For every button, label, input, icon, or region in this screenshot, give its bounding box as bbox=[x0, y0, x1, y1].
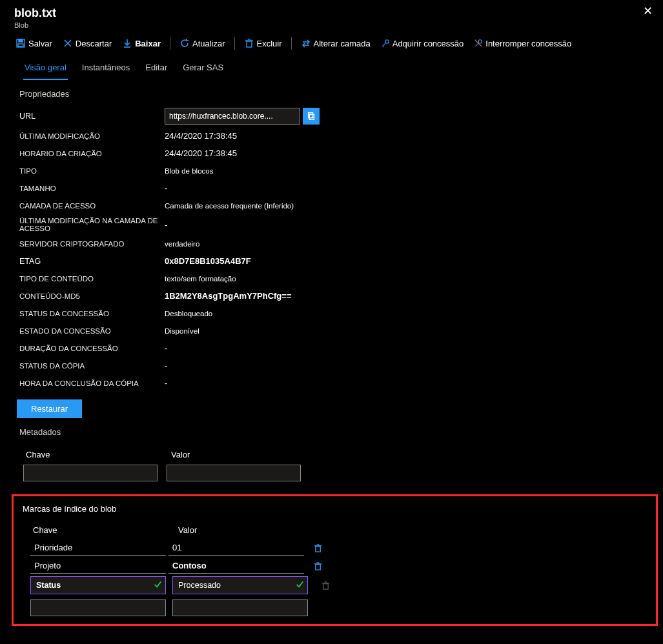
break-lease-button[interactable]: Interromper concessão bbox=[470, 37, 575, 50]
svg-rect-1 bbox=[19, 39, 23, 42]
refresh-icon bbox=[179, 38, 190, 48]
svg-rect-24 bbox=[323, 583, 329, 589]
content-type-value: texto/sem formatação bbox=[165, 275, 236, 283]
tabs: Visão geral Instantâneos Editar Gerar SA… bbox=[0, 54, 663, 80]
copy-status-value: - bbox=[165, 361, 167, 370]
size-value: - bbox=[165, 183, 167, 193]
md5-value: 1B2M2Y8AsgTpgAmY7PhCfg== bbox=[165, 291, 292, 301]
tag-value: 01 bbox=[168, 540, 304, 556]
trash-icon bbox=[313, 543, 323, 553]
download-icon bbox=[122, 38, 132, 48]
lease-status-value: Desbloqueado bbox=[165, 310, 212, 317]
tag-row bbox=[17, 575, 652, 596]
tag-key-column: Chave bbox=[33, 525, 178, 535]
metadata-heading: Metadados bbox=[0, 418, 663, 443]
blob-index-tags-heading: Marcas de índice do blob bbox=[17, 501, 652, 519]
delete-tag-button[interactable] bbox=[313, 561, 323, 571]
lease-state-value: Disponível bbox=[165, 327, 199, 335]
svg-rect-17 bbox=[309, 113, 313, 118]
tab-snapshots[interactable]: Instantâneos bbox=[81, 60, 131, 80]
svg-rect-18 bbox=[316, 546, 321, 551]
tag-value-input[interactable] bbox=[172, 576, 308, 594]
type-value: Blob de blocos bbox=[165, 167, 213, 175]
copy-url-button[interactable] bbox=[303, 108, 320, 125]
delete-tag-button[interactable] bbox=[321, 581, 331, 590]
acquire-lease-button[interactable]: Adquirir concessão bbox=[377, 37, 468, 50]
metadata-value-column: Valor bbox=[171, 450, 316, 459]
tag-row: Prioridade 01 bbox=[17, 539, 652, 557]
last-modified-value: 24/4/2020 17:38:45 bbox=[165, 131, 237, 141]
tag-key-input[interactable] bbox=[30, 576, 166, 594]
tab-edit[interactable]: Editar bbox=[144, 60, 168, 80]
delete-button[interactable]: Excluir bbox=[240, 37, 286, 50]
copy-completion-value: - bbox=[165, 378, 167, 388]
metadata-value-input[interactable] bbox=[167, 465, 301, 481]
change-tier-icon bbox=[301, 38, 311, 48]
refresh-button[interactable]: Atualizar bbox=[176, 37, 229, 50]
discard-button[interactable]: Descartar bbox=[59, 37, 116, 50]
url-label: URL bbox=[19, 112, 165, 121]
discard-icon bbox=[63, 38, 73, 48]
close-icon[interactable]: ✕ bbox=[643, 4, 653, 18]
tag-value-column: Valor bbox=[178, 525, 323, 535]
access-tier-value: Camada de acesso frequente (Inferido) bbox=[165, 202, 294, 210]
blob-index-tags-section: Marcas de índice do blob Chave Valor Pri… bbox=[12, 494, 658, 626]
change-tier-button[interactable]: Alterar camada bbox=[297, 37, 374, 50]
svg-line-11 bbox=[382, 43, 385, 46]
tag-row: Projeto Contoso bbox=[17, 557, 652, 575]
window-subtitle: Blob bbox=[14, 21, 56, 29]
trash-icon bbox=[313, 561, 323, 571]
delete-tag-button[interactable] bbox=[313, 543, 323, 553]
save-icon bbox=[15, 38, 26, 48]
tag-key: Projeto bbox=[30, 558, 166, 574]
break-lease-icon bbox=[474, 39, 483, 48]
tab-overview[interactable]: Visão geral bbox=[23, 60, 68, 80]
tab-generate-sas[interactable]: Gerar SAS bbox=[181, 60, 225, 80]
check-icon bbox=[153, 579, 162, 589]
trash-icon bbox=[321, 581, 331, 590]
command-bar: Salvar Descartar Baixar Atualizar Exclui… bbox=[0, 32, 663, 54]
tier-modified-value: - bbox=[165, 220, 167, 230]
download-button[interactable]: Baixar bbox=[118, 37, 165, 50]
svg-line-12 bbox=[382, 46, 383, 47]
lease-duration-value: - bbox=[165, 343, 167, 353]
tag-key: Prioridade bbox=[30, 540, 166, 556]
check-icon bbox=[295, 579, 304, 589]
encrypted-value: verdadeiro bbox=[165, 240, 199, 248]
svg-rect-2 bbox=[18, 44, 23, 46]
metadata-key-input[interactable] bbox=[23, 465, 158, 481]
url-input[interactable] bbox=[165, 108, 300, 125]
svg-rect-7 bbox=[247, 41, 252, 47]
restore-button[interactable]: Restaurar bbox=[17, 399, 82, 418]
etag-value: 0x8D7E8B1035A4B7F bbox=[165, 256, 251, 266]
metadata-key-column: Chave bbox=[26, 450, 171, 459]
tag-row-empty bbox=[17, 598, 652, 618]
trash-icon bbox=[244, 38, 254, 48]
window-title: blob.txt bbox=[14, 6, 56, 20]
tag-value-input-empty[interactable] bbox=[172, 599, 308, 616]
creation-time-value: 24/4/2020 17:38:45 bbox=[165, 148, 237, 158]
tag-key-input-empty[interactable] bbox=[30, 599, 166, 616]
lease-icon bbox=[381, 39, 390, 48]
svg-rect-21 bbox=[316, 564, 321, 569]
svg-rect-16 bbox=[309, 114, 314, 119]
tag-value: Contoso bbox=[168, 558, 304, 574]
copy-icon bbox=[307, 112, 316, 121]
properties-heading: Propriedades bbox=[0, 80, 663, 105]
save-button[interactable]: Salvar bbox=[12, 37, 56, 50]
